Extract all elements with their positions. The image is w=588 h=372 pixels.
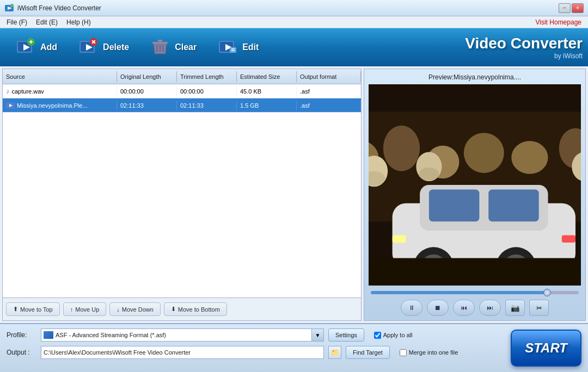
- merge-into-one-row: Merge into one file: [400, 349, 458, 356]
- table-row[interactable]: ♪ capture.wav 00:00:00 00:00:00 45.0 KB …: [3, 84, 361, 98]
- move-up-icon: ↑: [70, 306, 74, 313]
- output-path-value: C:\Users\Alex\Documents\iWisoft Free Vid…: [44, 349, 191, 356]
- apply-to-all-label: Apply to all: [383, 332, 413, 338]
- delete-button[interactable]: Delete: [68, 33, 138, 62]
- prev-button[interactable]: ⏮: [453, 300, 475, 316]
- svg-rect-9: [30, 40, 32, 44]
- table-row[interactable]: Missiya.nevypolnima.Ple... 02:11:33 02:1…: [3, 98, 361, 113]
- find-target-button[interactable]: Find Target: [346, 346, 390, 359]
- merge-into-one-checkbox[interactable]: [400, 349, 407, 356]
- file-original-length-2: 02:11:33: [117, 101, 177, 110]
- apply-to-all-row: Apply to all: [374, 332, 413, 339]
- svg-rect-24: [230, 47, 236, 53]
- file-source-2: Missiya.nevypolnima.Ple...: [3, 101, 117, 110]
- scrubber-thumb[interactable]: [543, 289, 551, 296]
- add-icon: [14, 36, 37, 59]
- next-icon: ⏭: [487, 304, 493, 312]
- edit-label: Edit: [242, 42, 259, 52]
- apply-to-all-checkbox[interactable]: [374, 332, 381, 339]
- svg-point-40: [419, 168, 439, 181]
- menu-file[interactable]: File (F): [2, 17, 32, 27]
- file-original-length-1: 00:00:00: [117, 86, 177, 96]
- brand-area: Video Converter by iWisoft: [465, 35, 583, 60]
- svg-marker-27: [9, 104, 13, 107]
- svg-line-18: [157, 45, 157, 52]
- svg-line-20: [163, 45, 163, 52]
- move-to-bottom-icon: ⬇: [171, 306, 176, 313]
- output-path-field[interactable]: C:\Users\Alex\Documents\iWisoft Free Vid…: [41, 346, 324, 359]
- move-to-top-button[interactable]: ⬆ Move to Top: [6, 302, 60, 316]
- col-original-length: Original Length: [117, 71, 177, 82]
- next-button[interactable]: ⏭: [479, 300, 501, 316]
- clip-button[interactable]: ✂: [529, 300, 549, 316]
- move-down-icon: ↓: [117, 306, 120, 313]
- clear-label: Clear: [175, 42, 197, 52]
- stop-icon: ⏹: [434, 304, 441, 312]
- svg-rect-16: [152, 42, 168, 44]
- profile-row: Profile: ASF - Advanced Streaming Format…: [7, 328, 581, 342]
- profile-format-icon: [44, 331, 53, 339]
- stop-button[interactable]: ⏹: [427, 300, 449, 316]
- svg-rect-53: [369, 258, 581, 286]
- move-to-top-icon: ⬆: [13, 306, 18, 313]
- visit-homepage-link[interactable]: Visit Homepage: [531, 17, 586, 27]
- profile-select[interactable]: ASF - Advanced Streaming Format (*.asf) …: [41, 328, 324, 342]
- pause-button[interactable]: ⏸: [401, 300, 422, 316]
- brand-subtitle: by iWisoft: [465, 52, 583, 60]
- app-icon: +: [4, 3, 14, 13]
- col-source: Source: [3, 71, 117, 82]
- brand-title: Video Converter: [465, 35, 583, 52]
- window-controls: − ×: [559, 3, 584, 13]
- clear-icon: [149, 36, 171, 59]
- screenshot-button[interactable]: 📷: [505, 300, 525, 316]
- start-button[interactable]: START: [511, 330, 581, 367]
- file-source-1: ♪ capture.wav: [3, 85, 117, 97]
- clear-button[interactable]: Clear: [140, 33, 205, 62]
- move-down-button[interactable]: ↓ Move Down: [109, 302, 161, 316]
- move-to-bottom-button[interactable]: ⬇ Move to Bottom: [164, 302, 227, 316]
- svg-rect-46: [488, 189, 539, 221]
- menu-help[interactable]: Help (H): [62, 17, 95, 27]
- profile-label: Profile:: [7, 331, 36, 339]
- browse-output-button[interactable]: 📁: [328, 346, 341, 359]
- app-title: iWisoft Free Video Converter: [17, 4, 559, 12]
- clip-icon: ✂: [536, 304, 542, 312]
- svg-rect-17: [158, 40, 162, 42]
- minimize-button[interactable]: −: [559, 3, 571, 13]
- add-label: Add: [40, 42, 57, 52]
- file-trimmed-length-1: 00:00:00: [177, 86, 237, 96]
- preview-video: [369, 84, 581, 286]
- pause-icon: ⏸: [408, 304, 415, 312]
- video-icon: [6, 102, 15, 109]
- file-estimated-size-2: 1.5 GB: [237, 101, 297, 110]
- file-estimated-size-1: 45.0 KB: [237, 86, 297, 96]
- add-button[interactable]: Add: [5, 33, 66, 62]
- file-table-body: ♪ capture.wav 00:00:00 00:00:00 45.0 KB …: [3, 84, 361, 297]
- settings-button[interactable]: Settings: [328, 328, 364, 342]
- svg-point-31: [383, 126, 420, 171]
- music-icon: ♪: [6, 87, 10, 95]
- merge-checkboxes: Merge into one file: [400, 349, 458, 356]
- preview-scrubber[interactable]: [369, 289, 581, 296]
- preview-panel: Preview:Missiya.nevypolnima....: [364, 69, 586, 321]
- scrubber-track: [371, 291, 579, 294]
- preview-controls: ⏸ ⏹ ⏮ ⏭ 📷 ✂: [401, 300, 549, 316]
- chevron-down-icon: ▼: [315, 332, 321, 338]
- svg-rect-52: [562, 235, 575, 243]
- file-table-header: Source Original Length Trimmed Length Es…: [3, 69, 361, 84]
- merge-into-one-label: Merge into one file: [409, 349, 458, 356]
- close-button[interactable]: ×: [572, 3, 584, 13]
- file-trimmed-length-2: 02:11:33: [177, 101, 237, 110]
- camera-icon: 📷: [511, 304, 520, 312]
- file-output-format-1: .asf: [297, 86, 361, 96]
- move-up-button[interactable]: ↑ Move Up: [63, 302, 107, 316]
- col-estimated-size: Estimated Size: [237, 71, 297, 82]
- menu-edit[interactable]: Edit (E): [32, 17, 62, 27]
- profile-dropdown-arrow[interactable]: ▼: [311, 329, 323, 341]
- edit-button[interactable]: Edit: [207, 33, 267, 62]
- file-output-format-2: .asf: [297, 101, 361, 110]
- col-trimmed-length: Trimmed Length: [177, 71, 237, 82]
- output-row: Output : C:\Users\Alex\Documents\iWisoft…: [7, 346, 581, 359]
- bottom-bar: Profile: ASF - Advanced Streaming Format…: [0, 323, 588, 372]
- col-output-format: Output format: [297, 71, 361, 82]
